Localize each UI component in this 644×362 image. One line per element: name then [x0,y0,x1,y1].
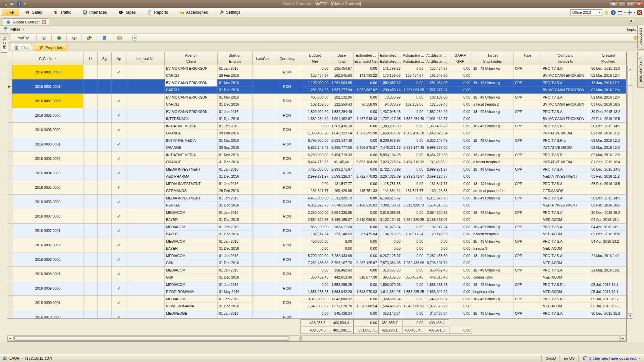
cell-base-total[interactable]: 102,132.86122,559.43 [330,94,354,108]
cell-company-invoiceto[interactable]: PRO TV S.A.MEDIA INVESTMENT [541,166,590,180]
cell-actestim-total[interactable]: 135,454.67162,545.60 [425,65,449,79]
cell-company-invoiceto[interactable]: PRO TV S.A.MEDIACOM [541,267,590,281]
toolbar-calculator-button[interactable] [39,35,49,41]
cell-actestim-total[interactable]: 102,617.24123,140.69 [425,224,449,238]
toolbar-refresh-button[interactable]: ↻ [130,35,139,41]
cell-start-end[interactable]: 01 Jan 201629 Feb 2016 [218,123,253,137]
cell-lastcalc[interactable] [253,152,274,166]
cell-estimated-net[interactable]: 0.005,853,104.28 [354,152,379,166]
table-row[interactable]: 2016 0006 0000✔MEDIA INVESTMENTHENKEL01 … [7,195,626,209]
cell-base-total[interactable]: 1,643,808.921,972,570.70 [330,296,354,310]
cell-internal-nr[interactable] [126,267,165,281]
col-header-target-notes[interactable]: TargetShort notes [472,52,514,65]
cell-actestim-net[interactable]: 0.002,999,271.97 [402,166,425,180]
cell-actestim-net[interactable]: 0.00356,462.43 [402,267,425,281]
cell-estimated-net[interactable]: 0.00318,677.30 [354,267,379,281]
cell-created-modified[interactable]: 30 Dec, 2015 13:002 Mar, 2016 12:4 [590,65,626,79]
cell-company-invoiceto[interactable]: PRO TV S.A.MEDIACOM [541,238,590,252]
cell-start-end[interactable]: 01 Jan 201631 Dec 2016 [218,108,253,122]
cell-u[interactable] [84,224,98,238]
cell-base-total[interactable]: 7,282,433.698,793,107.76 [330,252,354,266]
cell-sg[interactable] [98,224,112,238]
cell-start-end[interactable]: 01 Mar 201631 Dec 2016 [218,94,253,108]
vertical-scrollbar[interactable]: ▲ ≡ ▼ [627,66,633,319]
table-row[interactable]: 2016 0007 0001✔MEDIACOMBAYER01 Jun 20163… [7,224,626,238]
cell-target-notes[interactable]: 18 - 49 Urban +g [472,195,514,209]
cell-target-notes[interactable]: 18 - 49 Urban +g [472,137,514,151]
cell-sg[interactable] [98,137,112,151]
cell-target-notes[interactable]: 18 - 49 Urban +g [472,108,514,122]
cell-currency[interactable]: RON [274,166,300,180]
cell-actestim-total[interactable]: 356,462.43442,013.40 [425,267,449,281]
col-header-u[interactable]: U [84,52,98,65]
tab-list[interactable]: List [10,44,32,51]
cell-start-end[interactable]: 01 Jan 201631 Dec 2016 [218,252,253,266]
cell-created-modified[interactable]: 21 Mar, 2016 14:1 [590,252,626,266]
cell-sg[interactable] [98,152,112,166]
cell-internal-nr[interactable] [126,238,165,252]
cell-start-end[interactable]: 01 Jan 201629 Feb 2016 [218,65,253,79]
cell-currency[interactable]: RON [274,123,300,137]
cell-estimated-net[interactable]: 0.0078,358.99 [354,94,379,108]
cell-created-modified[interactable]: 30 Dec, 2015 14:502 Feb, 2016 11:2 [590,123,626,137]
cell-created-modified[interactable]: 04 Apr, 2016 13:2 [590,238,626,252]
sidebar-tab-pro-tv[interactable]: PRO Tv [1,33,8,53]
restore-button[interactable]: ❐ [627,1,634,6]
cell-type[interactable]: CPP [514,238,541,252]
cell-internal-nr[interactable] [126,310,165,318]
cell-target-notes[interactable]: 18 - 49 Urban +gtreapta 3 [472,238,514,252]
cell-start-end[interactable]: 01 Mar 201630 Sep 2016 [218,137,253,151]
cell-actestim-net[interactable]: 0.00102,132.86 [402,94,425,108]
cell-target-notes[interactable]: 18 - 49 Urban +gbuget cu billa [472,281,514,295]
cell-estimated-net[interactable]: 0.006,160,615.62 [354,195,379,209]
cell-lastcalc[interactable] [253,65,274,79]
cell-type[interactable]: CPP [514,195,541,209]
col-header-lastcalc[interactable]: LastCalc [253,52,274,65]
cell-sg[interactable] [98,281,112,295]
cell-actestim-net[interactable]: 0.008,454,719.33 [402,152,425,166]
cell-actestim-total[interactable]: 7,282,433.698,793,107.76 [425,252,449,266]
cell-contract-number[interactable]: 2016 0006 0000 [12,195,84,209]
cell-actestim-net[interactable]: 0.001,643,808.92 [402,296,425,310]
status-locale[interactable]: en-US [559,355,578,361]
cell-sg[interactable] [98,252,112,266]
row-marker[interactable] [7,152,12,166]
cell-actestim-net[interactable]: 0.007,282,433.69 [402,252,425,266]
cell-u[interactable] [84,296,98,310]
tab-properties[interactable]: Properties [34,44,67,51]
cell-start-end[interactable]: 01 Mar 201631 Dec 2016 [218,152,253,166]
col-header-bgrp-grp[interactable]: B.GRPGRP [449,52,472,65]
cell-approved[interactable]: ✔ [112,180,126,194]
cell-agency-client[interactable]: INITIATIVE MEDIAORANGE [165,152,218,166]
cell-actestim-total[interactable]: 1,643,808.921,972,570.70 [425,296,449,310]
cell-approved[interactable]: ✔ [112,281,126,295]
cell-lastcalc[interactable] [253,79,274,94]
cell-contract-number[interactable]: 2016 0009 0000 [12,281,84,295]
impexp-button[interactable]: ImpExp [12,35,34,41]
cell-company-invoiceto[interactable]: PRO TV S.R.L.INITIATIVE MEDIA [541,123,590,137]
cell-estimated-net[interactable]: 0.00 [354,310,379,318]
close-button[interactable]: ✖ [635,1,642,6]
cell-estimated-net[interactable]: 0.006,206,975.97 [354,137,379,151]
cell-sg[interactable] [98,267,112,281]
cell-company-invoiceto[interactable]: PRO TV S.R.L.MEDIACOM [541,281,590,295]
cell-approved[interactable]: ✔ [112,224,126,238]
cell-type[interactable]: CPP [514,296,541,310]
cell-sg[interactable] [98,123,112,137]
cell-created-modified[interactable]: 09 Mar, 2016 12:001 Sep, 2016 16:4 [590,152,626,166]
col-header-estimated-net[interactable]: Estimated ...Estimated Net [354,52,379,65]
cell-type[interactable]: CPP [514,94,541,108]
cell-company-invoiceto[interactable]: PRO TV S.A.MEDIA INVESTMENT [541,195,590,209]
cell-internal-nr[interactable] [126,281,165,295]
cell-approved[interactable]: ✔ [112,209,126,223]
cell-type[interactable]: CPP [514,123,541,137]
row-marker[interactable] [7,166,12,180]
cell-contract-number[interactable]: 2016 0001 0000 [12,65,84,79]
cell-agency-client[interactable]: MEDIACOMBAYER [165,209,218,223]
cell-target-notes[interactable]: 18 - 49 Urban +gcorega -15% [472,267,514,281]
toolbar-globe-button[interactable] [115,35,124,41]
col-header-currency[interactable]: Currency [274,52,300,65]
col-header-created-modified[interactable]: CreatedModified [590,52,627,65]
cell-agency-client[interactable]: MEDIACOMBAYER [165,238,218,252]
cell-internal-nr[interactable] [126,137,165,151]
